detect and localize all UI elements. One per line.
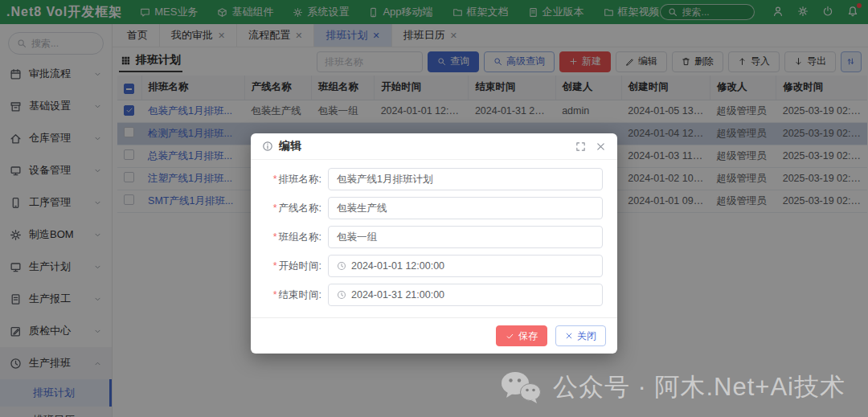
edit-dialog: 编辑 *排班名称:*产线名称:*班组名称:*开始时间:*结束时间: 保存 关闭 (251, 133, 617, 354)
clock-icon (337, 290, 346, 300)
schedule-name-input[interactable] (337, 174, 594, 185)
check-icon (506, 332, 514, 341)
team-name-input[interactable] (337, 231, 594, 243)
dialog-footer: 保存 关闭 (251, 317, 617, 354)
schedule-name-label: *排班名称: (265, 173, 328, 186)
clock-icon (337, 261, 346, 271)
team-name-label: *班组名称: (265, 231, 328, 244)
close-icon (565, 332, 573, 340)
start-time-input-box (328, 255, 603, 277)
close-button[interactable]: 关闭 (555, 325, 606, 346)
dialog-header: 编辑 (251, 133, 617, 160)
line-name-field-row: *产线名称: (265, 197, 603, 219)
line-name-label: *产线名称: (265, 202, 328, 215)
watermark: 公众号 · 阿木.Net+Ai技术 (500, 370, 845, 404)
save-button[interactable]: 保存 (496, 325, 547, 346)
wechat-icon (500, 370, 542, 404)
end-time-field-row: *结束时间: (265, 284, 603, 306)
watermark-text: 公众号 · 阿木.Net+Ai技术 (553, 370, 845, 404)
info-icon (262, 141, 273, 152)
fullscreen-icon[interactable] (575, 141, 586, 152)
schedule-name-field-row: *排班名称: (265, 168, 603, 190)
end-time-input-box (328, 284, 603, 306)
line-name-input[interactable] (337, 202, 594, 214)
dialog-title: 编辑 (279, 139, 301, 153)
schedule-name-input-box (328, 168, 603, 190)
start-time-input[interactable] (351, 260, 594, 272)
end-time-input[interactable] (351, 289, 594, 300)
start-time-field-row: *开始时间: (265, 255, 603, 277)
end-time-label: *结束时间: (265, 288, 328, 302)
line-name-input-box (328, 197, 603, 219)
app-window: .Net8 Vol开发框架 MES业务基础组件系统设置App移动端框架文档企业版… (0, 0, 868, 417)
dialog-body: *排班名称:*产线名称:*班组名称:*开始时间:*结束时间: (251, 160, 617, 317)
close-icon[interactable] (596, 141, 606, 152)
start-time-label: *开始时间: (265, 260, 328, 273)
team-name-field-row: *班组名称: (265, 226, 603, 248)
team-name-input-box (328, 226, 603, 248)
